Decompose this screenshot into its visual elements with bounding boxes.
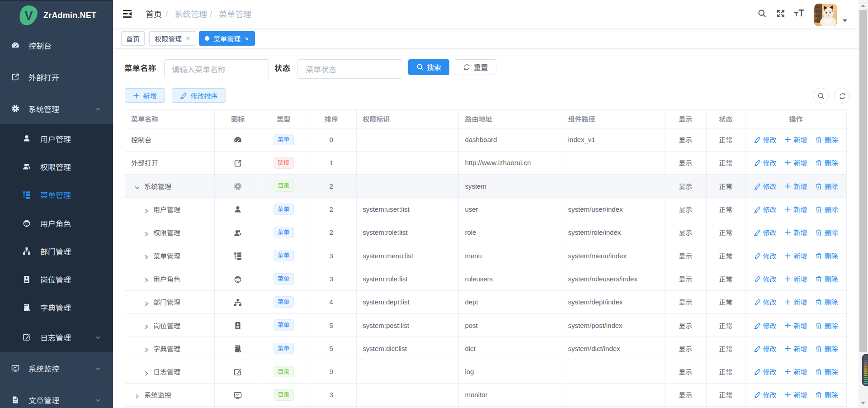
svg-text:V: V — [24, 9, 33, 23]
